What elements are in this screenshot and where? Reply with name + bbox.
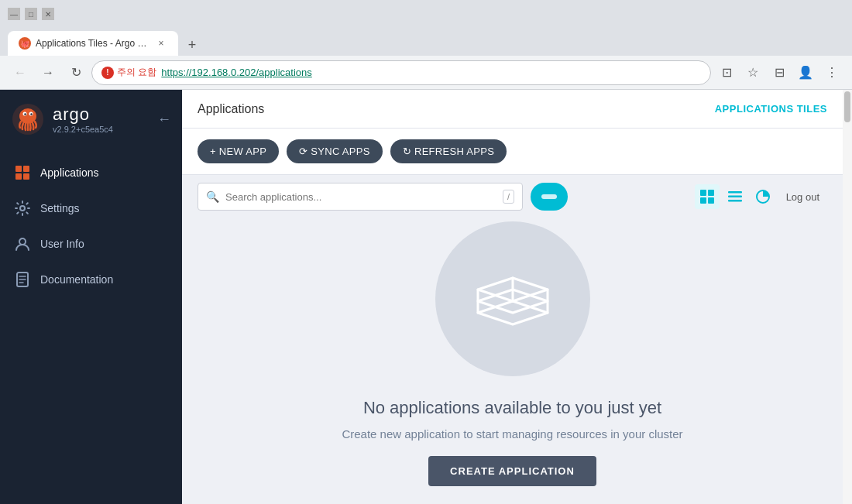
search-icon: 🔍 bbox=[206, 190, 219, 203]
settings-icon bbox=[14, 200, 31, 217]
active-tab[interactable]: 🐙 Applications Tiles - Argo CD × bbox=[8, 31, 178, 56]
svg-point-10 bbox=[20, 206, 25, 211]
svg-point-4 bbox=[24, 113, 26, 115]
sidebar-header: argo v2.9.2+c5ea5c4 ← bbox=[0, 90, 182, 149]
warning-text: 주의 요함 bbox=[117, 66, 156, 79]
stack-icon bbox=[470, 262, 555, 335]
logo-version: v2.9.2+c5ea5c4 bbox=[53, 125, 113, 134]
svg-rect-19 bbox=[708, 197, 714, 204]
svg-rect-6 bbox=[15, 166, 22, 172]
window-controls: — □ ✕ bbox=[8, 8, 54, 20]
minimize-button[interactable]: — bbox=[8, 8, 20, 20]
sidebar-item-applications-label: Applications bbox=[40, 166, 99, 179]
svg-point-11 bbox=[19, 238, 26, 245]
filter-chip[interactable] bbox=[531, 183, 568, 211]
logo-name: argo bbox=[53, 105, 113, 125]
svg-rect-17 bbox=[708, 190, 714, 196]
logo-text: argo v2.9.2+c5ea5c4 bbox=[53, 105, 113, 134]
address-url: https://192.168.0.202/applications bbox=[161, 67, 701, 78]
title-bar-left: — □ ✕ bbox=[8, 8, 54, 20]
svg-rect-20 bbox=[728, 191, 742, 194]
sidebar-nav: Applications Settings bbox=[0, 149, 182, 504]
user-icon bbox=[14, 235, 31, 252]
svg-point-1 bbox=[19, 108, 36, 124]
grid-view-button[interactable] bbox=[695, 184, 720, 209]
search-shortcut: / bbox=[503, 190, 514, 204]
tab-favicon-icon: 🐙 bbox=[19, 37, 31, 50]
address-bar[interactable]: ! 주의 요함 https://192.168.0.202/applicatio… bbox=[91, 60, 711, 85]
empty-title: No applications available to you just ye… bbox=[363, 398, 661, 418]
applications-icon bbox=[14, 164, 31, 181]
chart-view-button[interactable] bbox=[751, 184, 775, 209]
sidebar-item-settings-label: Settings bbox=[40, 202, 80, 214]
sidebar-item-user-info[interactable]: User Info bbox=[0, 226, 182, 262]
sidebar: argo v2.9.2+c5ea5c4 ← bbox=[0, 90, 182, 504]
sidebar-item-user-info-label: User Info bbox=[40, 238, 84, 250]
svg-rect-8 bbox=[15, 173, 22, 180]
svg-rect-18 bbox=[700, 197, 706, 204]
logout-button[interactable]: Log out bbox=[778, 187, 827, 207]
search-input[interactable] bbox=[225, 191, 496, 203]
sidebar-item-settings[interactable]: Settings bbox=[0, 190, 182, 226]
profile-button[interactable]: 👤 bbox=[793, 60, 818, 85]
svg-rect-16 bbox=[700, 190, 706, 196]
svg-rect-22 bbox=[728, 200, 742, 202]
new-tab-button[interactable]: + bbox=[181, 34, 203, 56]
sidebar-item-applications[interactable]: Applications bbox=[0, 155, 182, 190]
filter-chip-icon bbox=[541, 194, 557, 199]
nav-tools: ⊡ ☆ ⊟ 👤 ⋮ bbox=[714, 60, 844, 85]
title-bar: — □ ✕ bbox=[0, 0, 852, 28]
warning-icon: ! bbox=[101, 67, 114, 79]
refresh-apps-button[interactable]: ↻ REFRESH APPS bbox=[390, 139, 507, 163]
app-container: argo v2.9.2+c5ea5c4 ← bbox=[0, 90, 843, 504]
close-window-button[interactable]: ✕ bbox=[42, 8, 54, 20]
security-warning: ! 주의 요함 bbox=[101, 66, 156, 79]
empty-subtitle: Create new application to start managing… bbox=[342, 427, 682, 441]
list-view-button[interactable] bbox=[723, 184, 747, 209]
sidebar-item-documentation[interactable]: Documentation bbox=[0, 262, 182, 297]
argo-logo-icon bbox=[11, 102, 45, 136]
search-filter-bar: 🔍 / bbox=[182, 175, 843, 218]
breadcrumb: Applications bbox=[198, 102, 264, 116]
svg-point-5 bbox=[30, 113, 32, 115]
back-button[interactable]: ← bbox=[8, 60, 33, 85]
sidebar-back-button[interactable]: ← bbox=[157, 111, 171, 128]
menu-button[interactable]: ⋮ bbox=[819, 60, 844, 85]
empty-state: No applications available to you just ye… bbox=[182, 218, 843, 504]
new-app-button[interactable]: + NEW APP bbox=[198, 139, 279, 163]
nav-bar: ← → ↻ ! 주의 요함 https://192.168.0.202/appl… bbox=[0, 56, 852, 90]
svg-rect-7 bbox=[23, 166, 29, 172]
bookmark-button[interactable]: ☆ bbox=[740, 60, 765, 85]
tab-title: Applications Tiles - Argo CD bbox=[36, 38, 150, 49]
action-bar: + NEW APP ⟳ SYNC APPS ↻ REFRESH APPS bbox=[182, 129, 843, 175]
sidebar-toggle-button[interactable]: ⊟ bbox=[767, 60, 792, 85]
tab-bar: 🐙 Applications Tiles - Argo CD × + bbox=[0, 28, 852, 56]
sidebar-item-documentation-label: Documentation bbox=[40, 273, 113, 286]
translate-button[interactable]: ⊡ bbox=[714, 60, 739, 85]
view-icons: Log out bbox=[695, 184, 827, 209]
forward-button[interactable]: → bbox=[36, 60, 60, 85]
top-bar: Applications APPLICATIONS TILES bbox=[182, 90, 843, 129]
scrollbar-thumb[interactable] bbox=[844, 91, 850, 122]
create-application-button[interactable]: CREATE APPLICATION bbox=[428, 456, 596, 486]
close-tab-button[interactable]: × bbox=[155, 37, 167, 50]
scrollbar[interactable] bbox=[843, 90, 852, 504]
search-box: 🔍 / bbox=[198, 183, 523, 211]
maximize-button[interactable]: □ bbox=[25, 8, 37, 20]
refresh-button[interactable]: ↻ bbox=[64, 60, 88, 85]
svg-rect-21 bbox=[728, 196, 742, 198]
view-title: APPLICATIONS TILES bbox=[715, 103, 827, 115]
documentation-icon bbox=[14, 271, 31, 288]
sync-apps-button[interactable]: ⟳ SYNC APPS bbox=[287, 139, 383, 163]
main-content: Applications APPLICATIONS TILES + NEW AP… bbox=[182, 90, 843, 504]
svg-rect-9 bbox=[23, 173, 29, 180]
empty-icon-circle bbox=[435, 221, 590, 376]
browser-window: — □ ✕ 🐙 Applications Tiles - Argo CD × +… bbox=[0, 0, 852, 504]
